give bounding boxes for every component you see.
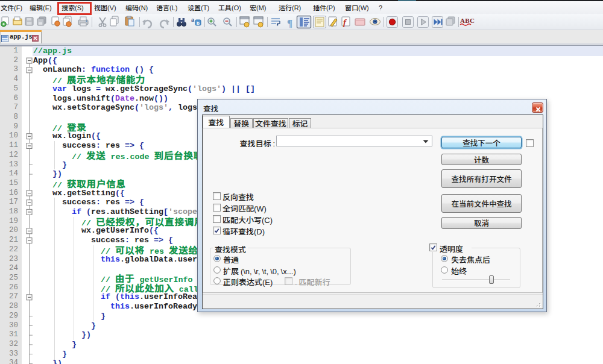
svg-text:ABC: ABC xyxy=(460,17,475,24)
svg-text:a: a xyxy=(191,17,195,23)
svg-text:b: b xyxy=(197,20,200,26)
svg-text:¶: ¶ xyxy=(287,17,292,29)
